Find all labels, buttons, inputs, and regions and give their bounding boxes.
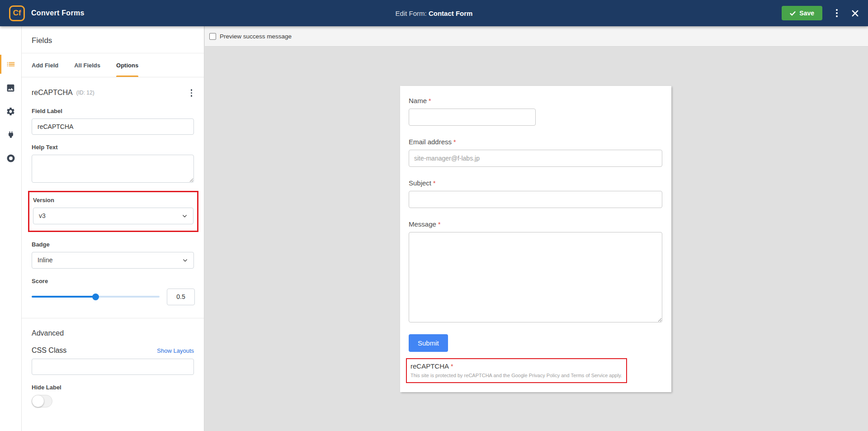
required-asterisk: * (429, 97, 431, 104)
help-text-group: Help Text (32, 144, 194, 185)
form-name: Contact Form (429, 9, 473, 17)
left-icon-rail (0, 26, 22, 431)
check-icon (790, 10, 796, 16)
field-label-input[interactable] (32, 118, 194, 135)
gear-icon (6, 107, 15, 116)
required-asterisk: * (451, 363, 453, 370)
tab-all-fields[interactable]: All Fields (74, 53, 100, 77)
form-field-email: Email address* (409, 138, 663, 167)
css-class-input[interactable] (32, 359, 194, 375)
email-input[interactable] (409, 150, 662, 167)
top-bar: Cf Convert Forms Edit Form: Contact Form… (0, 0, 868, 26)
image-icon (6, 83, 15, 93)
field-label-group: Field Label (32, 108, 194, 135)
fields-panel: Fields Add Field All Fields Options reCA… (22, 26, 204, 431)
tab-add-field[interactable]: Add Field (32, 53, 58, 77)
subject-input[interactable] (409, 191, 662, 208)
hide-label-group: Hide Label (32, 384, 194, 407)
submit-button[interactable]: Submit (409, 334, 448, 352)
hide-label-toggle[interactable] (32, 395, 52, 407)
message-field-label: Message* (409, 220, 663, 228)
field-kebab-menu-icon[interactable] (189, 87, 194, 99)
subject-field-label: Subject* (409, 179, 663, 187)
badge-label: Badge (32, 241, 194, 248)
page-title: Edit Form: Contact Form (0, 9, 868, 17)
version-select[interactable]: v3 (33, 208, 193, 224)
version-highlight-box: Version v3 (28, 191, 198, 232)
score-group: Score (32, 278, 194, 305)
recaptcha-highlight-box: reCAPTCHA* This site is protected by reC… (406, 358, 627, 383)
save-button[interactable]: Save (782, 6, 822, 20)
preview-success-label[interactable]: Preview success message (220, 33, 292, 40)
preview-success-checkbox[interactable] (209, 33, 216, 40)
form-preview-card: Name* Email address* Subject* Message* S… (400, 86, 671, 392)
form-field-name: Name* (409, 97, 663, 126)
panel-divider (22, 318, 204, 318)
message-label-text: Message (409, 220, 436, 228)
more-options-button[interactable] (836, 9, 838, 17)
score-slider-fill (32, 296, 96, 298)
css-class-group: CSS Class Show Layouts (32, 346, 194, 375)
badge-select-value: Inline (38, 256, 52, 264)
css-class-label: CSS Class (32, 346, 66, 355)
rail-item-addons[interactable] (0, 147, 21, 170)
show-layouts-link[interactable]: Show Layouts (157, 347, 194, 354)
list-icon (6, 59, 16, 69)
required-asterisk: * (438, 221, 440, 228)
kebab-menu-icon (836, 9, 838, 17)
score-value-input[interactable] (167, 289, 195, 305)
email-field-label: Email address* (409, 138, 663, 146)
field-id-badge: (ID: 12) (76, 90, 94, 96)
hide-label-label: Hide Label (32, 384, 194, 391)
help-text-label: Help Text (32, 144, 194, 151)
rail-item-fields[interactable] (0, 52, 21, 76)
name-field-label: Name* (409, 97, 663, 104)
field-type-title: reCAPTCHA (32, 89, 73, 97)
form-preview-canvas: Preview success message Name* Email addr… (205, 26, 868, 431)
tab-options[interactable]: Options (116, 53, 138, 77)
close-button[interactable] (851, 9, 859, 17)
version-label: Version (33, 197, 193, 204)
panel-title: Fields (22, 26, 204, 53)
convert-forms-logo-icon: Cf (9, 5, 25, 21)
name-label-text: Name (409, 97, 427, 104)
recaptcha-field-label: reCAPTCHA* (410, 362, 623, 370)
form-field-message: Message* (409, 220, 663, 322)
rail-item-settings[interactable] (0, 99, 21, 123)
score-label: Score (32, 278, 194, 284)
required-asterisk: * (433, 180, 435, 187)
toggle-knob (32, 395, 44, 407)
preview-toolbar: Preview success message (205, 26, 868, 47)
panel-tabs: Add Field All Fields Options (22, 53, 204, 77)
recaptcha-notice: This site is protected by reCAPTCHA and … (410, 373, 623, 378)
app-name: Convert Forms (31, 9, 85, 17)
save-button-label: Save (799, 9, 814, 17)
recaptcha-label-text: reCAPTCHA (410, 362, 449, 370)
version-select-value: v3 (39, 212, 46, 219)
message-input[interactable] (409, 232, 662, 322)
help-text-input[interactable] (32, 155, 194, 183)
field-label-label: Field Label (32, 108, 194, 114)
chevron-down-icon (182, 213, 188, 219)
advanced-section-title: Advanced (32, 329, 194, 337)
chevron-down-icon (182, 257, 188, 263)
subject-label-text: Subject (409, 179, 431, 187)
score-slider-thumb[interactable] (92, 294, 99, 300)
rail-item-integrations[interactable] (0, 123, 21, 147)
badge-select[interactable]: Inline (32, 252, 194, 269)
close-icon (851, 9, 859, 17)
email-label-text: Email address (409, 138, 452, 146)
name-input[interactable] (409, 109, 536, 126)
rail-item-design[interactable] (0, 76, 21, 99)
field-options-header: reCAPTCHA (ID: 12) (22, 77, 204, 99)
version-group: Version v3 (33, 197, 193, 224)
plug-icon (6, 130, 15, 139)
topbar-actions: Save (782, 6, 859, 20)
score-slider[interactable] (32, 296, 160, 298)
record-circle-icon (6, 154, 15, 163)
page-title-prefix: Edit Form: (396, 9, 429, 17)
form-field-subject: Subject* (409, 179, 663, 208)
required-asterisk: * (453, 138, 456, 146)
badge-group: Badge Inline (32, 241, 194, 269)
